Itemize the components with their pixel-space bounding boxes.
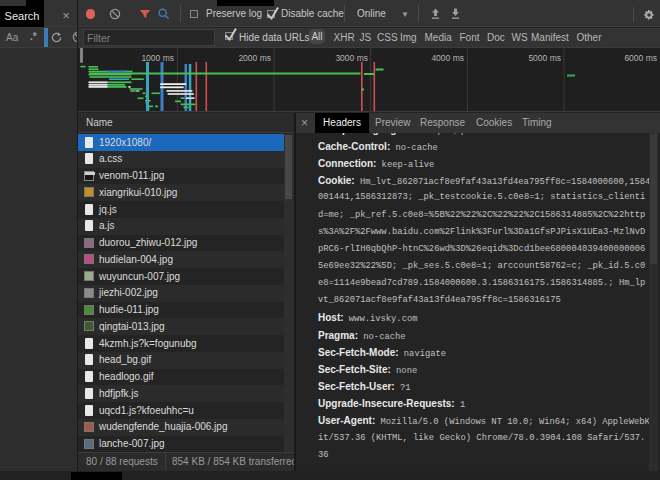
svg-text:2000 ms: 2000 ms [238,53,271,63]
svg-text:5000 ms: 5000 ms [528,53,561,63]
svg-text:3000 ms: 3000 ms [335,53,368,63]
svg-text:1000 ms: 1000 ms [141,53,174,63]
svg-text:6000 ms: 6000 ms [624,53,657,63]
svg-text:4000 ms: 4000 ms [431,53,464,63]
